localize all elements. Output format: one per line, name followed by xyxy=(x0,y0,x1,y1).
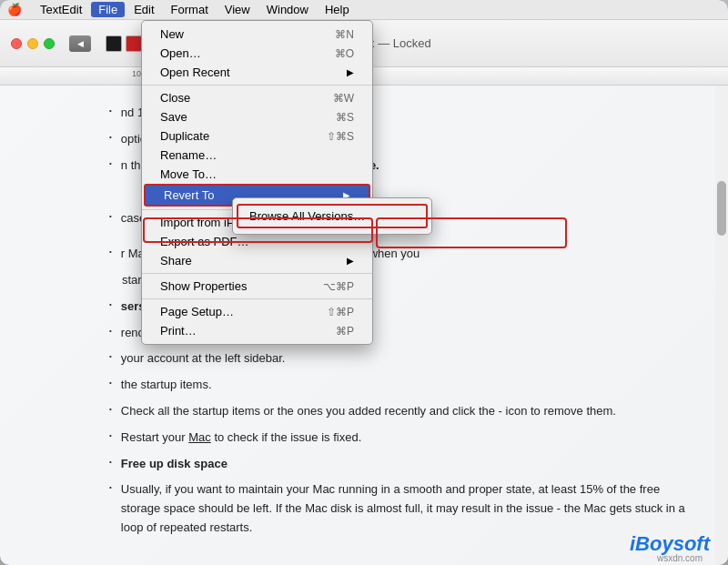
menu-textedit[interactable]: TextEdit xyxy=(33,2,89,17)
menu-item-print-label: Print… xyxy=(160,324,197,338)
menu-item-export-pdf[interactable]: Export as PDF… xyxy=(142,232,372,251)
bullet-icon: • xyxy=(109,457,112,469)
menu-item-print[interactable]: Print… ⌘P xyxy=(142,321,372,340)
menu-item-duplicate-label: Duplicate xyxy=(160,129,209,143)
menu-separator-4 xyxy=(142,298,372,299)
submenu-arrow-share-icon: ▶ xyxy=(347,256,354,266)
menu-item-share[interactable]: Share ▶ xyxy=(142,251,372,270)
menu-item-print-shortcut: ⌘P xyxy=(336,325,354,338)
menu-item-open-recent-label: Open Recent xyxy=(160,66,230,79)
list-item: • Usually, if you want to maintain your … xyxy=(109,480,692,537)
apple-logo-icon[interactable]: 🍎 xyxy=(7,3,22,16)
menu-format[interactable]: Format xyxy=(164,2,216,17)
file-menu-dropdown[interactable]: New ⌘N Open… ⌘O Open Recent ▶ Close ⌘W S… xyxy=(141,20,373,345)
list-item: • your account at the left sidebar. xyxy=(109,349,692,368)
menu-item-close[interactable]: Close ⌘W xyxy=(142,88,372,107)
menu-item-page-setup-label: Page Setup… xyxy=(160,305,234,318)
scrollbar[interactable] xyxy=(715,86,728,565)
menu-item-rename[interactable]: Rename… xyxy=(142,146,372,165)
menu-bar-items: TextEdit File Edit Format View Window He… xyxy=(33,2,357,17)
menu-view[interactable]: View xyxy=(217,2,258,17)
menu-window[interactable]: Window xyxy=(259,2,316,17)
bullet-icon: • xyxy=(109,482,112,494)
bullet-icon: • xyxy=(109,158,112,170)
doc-line-10: Check all the startup items or the ones … xyxy=(121,402,616,421)
list-item: • the startup items. xyxy=(109,376,692,395)
menu-file[interactable]: File xyxy=(91,2,125,17)
back-button[interactable]: ◀ xyxy=(69,35,91,52)
menu-item-show-properties-label: Show Properties xyxy=(160,279,247,293)
bullet-icon: • xyxy=(109,211,112,223)
menu-separator-1 xyxy=(142,85,372,86)
traffic-lights xyxy=(11,38,55,49)
submenu-arrow-icon: ▶ xyxy=(347,67,354,77)
close-button[interactable] xyxy=(11,38,22,49)
doc-line-13: Usually, if you want to maintain your Ma… xyxy=(121,480,692,537)
scrollbar-thumb[interactable] xyxy=(717,181,726,236)
menu-item-close-label: Close xyxy=(160,91,190,105)
bullet-icon: • xyxy=(109,430,112,442)
menu-item-show-properties-shortcut: ⌥⌘P xyxy=(323,280,354,293)
bullet-icon: • xyxy=(109,106,112,117)
list-item: • Check all the startup items or the one… xyxy=(109,402,692,421)
menu-item-new-label: New xyxy=(160,27,184,41)
highlight-color-swatch[interactable] xyxy=(126,35,142,52)
list-item: • Restart your Mac to check if the issue… xyxy=(109,429,692,448)
bullet-icon: • xyxy=(109,378,112,389)
doc-line-11: Restart your Mac to check if the issue i… xyxy=(121,429,361,448)
menu-item-save[interactable]: Save ⌘S xyxy=(142,107,372,126)
menu-item-open-label: Open… xyxy=(160,46,201,60)
browse-all-versions-item[interactable]: Browse All Versions… xyxy=(237,204,428,228)
revert-to-submenu[interactable]: Browse All Versions… xyxy=(232,197,432,235)
menu-item-new-shortcut: ⌘N xyxy=(335,28,354,41)
menu-item-open-shortcut: ⌘O xyxy=(335,47,354,60)
menu-item-page-setup[interactable]: Page Setup… ⇧⌘P xyxy=(142,302,372,321)
menu-item-open[interactable]: Open… ⌘O xyxy=(142,44,372,63)
menu-item-duplicate[interactable]: Duplicate ⇧⌘S xyxy=(142,126,372,146)
menu-item-save-shortcut: ⌘S xyxy=(336,111,354,124)
menu-item-moveto[interactable]: Move To… xyxy=(142,165,372,184)
maximize-button[interactable] xyxy=(44,38,55,49)
minimize-button[interactable] xyxy=(27,38,38,49)
bullet-icon: • xyxy=(109,404,112,416)
menu-item-rename-label: Rename… xyxy=(160,148,217,162)
menu-item-page-setup-shortcut: ⇧⌘P xyxy=(327,306,354,318)
menu-item-revert-to-label: Revert To xyxy=(164,188,214,202)
list-item: • Free up disk space xyxy=(109,455,692,474)
menu-item-moveto-label: Move To… xyxy=(160,167,217,181)
doc-line-9: the startup items. xyxy=(121,376,212,395)
menu-item-share-label: Share xyxy=(160,254,192,267)
bullet-icon: • xyxy=(109,247,112,258)
menu-help[interactable]: Help xyxy=(318,2,357,17)
brand-name: iBoysoft xyxy=(630,532,710,555)
menu-item-open-recent[interactable]: Open Recent ▶ xyxy=(142,63,372,82)
menu-edit[interactable]: Edit xyxy=(126,2,161,17)
mac-window: 🍎 TextEdit File Edit Format View Window … xyxy=(0,0,728,565)
bullet-icon: • xyxy=(109,132,112,144)
doc-line-12: Free up disk space xyxy=(121,455,228,474)
menu-item-show-properties[interactable]: Show Properties ⌥⌘P xyxy=(142,277,372,296)
menu-item-save-label: Save xyxy=(160,110,187,124)
bullet-icon: • xyxy=(109,351,112,363)
doc-line-8: your account at the left sidebar. xyxy=(121,349,286,368)
brand-url: wsxdn.com xyxy=(657,553,703,563)
menu-item-export-pdf-label: Export as PDF… xyxy=(160,235,249,248)
bullet-icon: • xyxy=(109,299,112,311)
menu-item-duplicate-shortcut: ⇧⌘S xyxy=(327,130,354,143)
menu-item-new[interactable]: New ⌘N xyxy=(142,25,372,44)
bullet-icon: • xyxy=(109,326,112,338)
menu-separator-3 xyxy=(142,273,372,274)
menu-bar: 🍎 TextEdit File Edit Format View Window … xyxy=(0,0,728,20)
menu-item-close-shortcut: ⌘W xyxy=(333,92,354,105)
text-color-swatch[interactable] xyxy=(106,35,122,52)
